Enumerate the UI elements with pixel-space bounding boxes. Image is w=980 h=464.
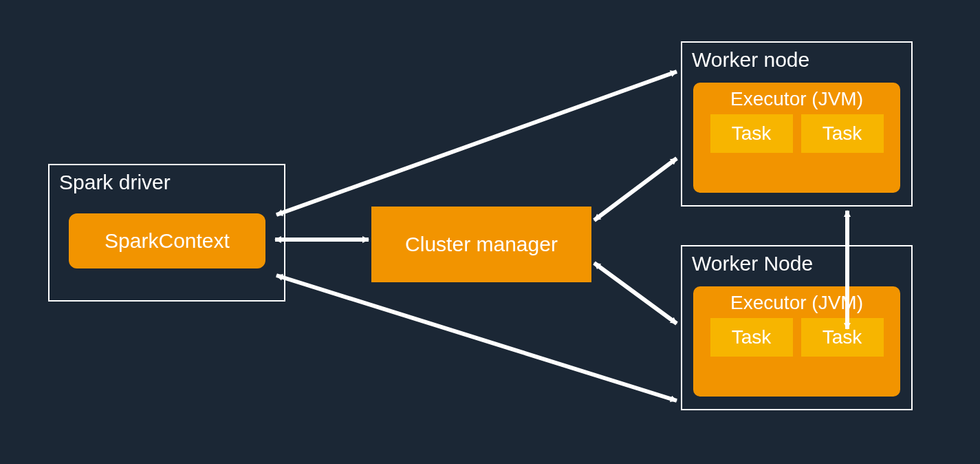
spark-context-label: SparkContext <box>105 229 230 253</box>
spark-driver-panel: Spark driver SparkContext <box>48 164 285 302</box>
cluster-manager-box: Cluster manager <box>371 207 591 282</box>
arrow-cluster-worker-top <box>594 158 677 220</box>
task-box: Task <box>801 318 884 357</box>
task-box: Task <box>710 318 793 357</box>
arrow-cluster-worker-bottom <box>594 263 677 324</box>
task-row-top: Task Task <box>701 114 892 153</box>
spark-driver-label: Spark driver <box>59 171 171 194</box>
executor-bottom-label: Executor (JVM) <box>701 292 892 314</box>
task-box: Task <box>710 114 793 153</box>
spark-context-box: SparkContext <box>69 213 265 268</box>
arrow-context-worker-top <box>276 72 677 215</box>
task-row-bottom: Task Task <box>701 318 892 357</box>
worker-node-top-panel: Worker node Executor (JVM) Task Task <box>681 41 913 207</box>
executor-top-box: Executor (JVM) Task Task <box>693 83 900 193</box>
task-box: Task <box>801 114 884 153</box>
arrow-context-worker-bottom <box>276 275 677 401</box>
executor-bottom-box: Executor (JVM) Task Task <box>693 286 900 397</box>
worker-node-top-label: Worker node <box>692 48 809 72</box>
worker-node-bottom-label: Worker Node <box>692 252 813 275</box>
executor-top-label: Executor (JVM) <box>701 88 892 110</box>
diagram-canvas: Spark driver SparkContext Cluster manage… <box>0 0 980 464</box>
worker-node-bottom-panel: Worker Node Executor (JVM) Task Task <box>681 245 913 410</box>
cluster-manager-label: Cluster manager <box>405 233 558 256</box>
